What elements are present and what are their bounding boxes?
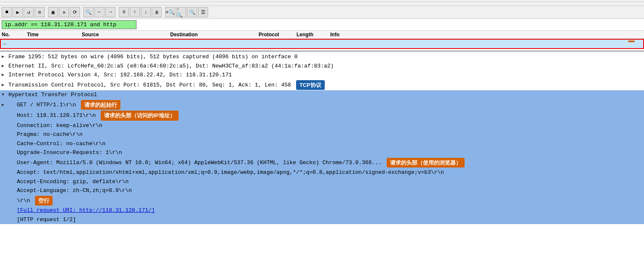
detail-line: Host: 118.31.120.171\r\n请求的头部（访问的IP地址） [0, 110, 644, 121]
toolbar-options[interactable]: ⊙ [35, 7, 45, 17]
detail-line: \r\n空行 [0, 195, 644, 206]
expand-icon[interactable]: ▶ [2, 102, 8, 108]
expand-icon[interactable]: ▶ [2, 82, 8, 88]
packet-list: No. Time Source Destination Protocol Len… [0, 31, 644, 51]
toolbar-align[interactable]: ≡ [119, 7, 129, 17]
detail-text: Host: 118.31.120.171\r\n [17, 111, 96, 120]
details-pane: ▶Frame 1295: 512 bytes on wire (4096 bit… [0, 51, 644, 225]
toolbar-forward[interactable]: → [105, 7, 115, 17]
detail-line: ▼Hypertext Transfer Protocol [0, 90, 644, 100]
table-row[interactable] [0, 49, 644, 51]
detail-line: Upgrade-Insecure-Requests: 1\r\n [0, 148, 644, 157]
menu-file[interactable] [2, 3, 7, 5]
toolbar-up[interactable]: ↑ [130, 7, 140, 17]
toolbar-refresh[interactable]: ↺ [24, 7, 34, 17]
detail-line: ▶Ethernet II, Src: LcfcHefe_60:2c:a5 (e8… [0, 62, 644, 71]
header-protocol: Protocol [259, 32, 297, 38]
detail-line: Accept-Language: zh-CN,zh;q=0.9\r\n [0, 186, 644, 195]
menu-stats[interactable] [37, 3, 42, 5]
toolbar-zoom-reset[interactable]: 🔍 [187, 7, 197, 17]
toolbar-close[interactable]: ✕ [59, 7, 69, 17]
detail-text: Accept: text/html,application/xhtml+xml,… [17, 168, 444, 177]
filter-bar [0, 19, 644, 31]
detail-text: Cache-Control: no-cache\r\n [17, 140, 106, 148]
header-source: Source [82, 32, 170, 38]
header-info: Info [330, 32, 642, 38]
menu-edit[interactable] [8, 3, 13, 5]
menu-wireless[interactable] [49, 3, 54, 5]
menu-view[interactable] [13, 3, 19, 5]
menu-goto[interactable] [19, 3, 24, 5]
detail-text: \r\n [17, 197, 30, 205]
detail-text: Pragma: no-cache\r\n [17, 130, 83, 139]
toolbar-reload[interactable]: ⟳ [70, 7, 80, 17]
annotation-client-request [628, 41, 635, 42]
detail-text: Hypertext Transfer Protocol [8, 91, 97, 99]
detail-text: Transmission Control Protocol, Src Port:… [8, 81, 291, 89]
toolbar-list[interactable]: ≣ [152, 7, 162, 17]
detail-line: ▶GET / HTTP/1.1\r\n请求的起始行 [0, 100, 644, 111]
header-length: Length [297, 32, 330, 38]
header-time: Time [27, 32, 82, 38]
detail-text: Accept-Encoding: gzip, deflate\r\n [17, 178, 128, 186]
detail-text: Connection: keep-alive\r\n [17, 122, 102, 130]
expand-icon[interactable]: ▶ [2, 63, 8, 69]
detail-text: User-Agent: Mozilla/5.0 (Windows NT 10.0… [17, 159, 382, 167]
detail-line: ▶Internet Protocol Version 4, Src: 192.1… [0, 70, 644, 80]
menu-tools[interactable] [55, 3, 60, 5]
detail-text: Internet Protocol Version 4, Src: 192.16… [8, 71, 232, 79]
toolbar-down[interactable]: ↓ [141, 7, 151, 17]
detail-text: Frame 1295: 512 bytes on wire (4096 bits… [8, 53, 298, 61]
toolbar: ■ ▶ ↺ ⊙ ▣ ✕ ⟳ 🔍 ← → ≡ ↑ ↓ ≣ +🔍 -🔍 🔍 ☰ [0, 6, 644, 19]
expand-icon[interactable]: ▼ [2, 92, 8, 98]
header-destination: Destination [170, 32, 259, 38]
toolbar-back[interactable]: ← [94, 7, 104, 17]
annotation-badge: 请求的头部（使用的浏览器） [387, 158, 465, 168]
detail-text: Upgrade-Insecure-Requests: 1\r\n [17, 149, 122, 157]
table-row[interactable]: → [0, 39, 644, 49]
detail-text: [Full request URI: http://118.31.120.171… [17, 206, 155, 215]
menu-help[interactable] [61, 3, 66, 5]
detail-line: [HTTP request 1/2] [0, 215, 644, 224]
toolbar-search[interactable]: 🔍 [83, 7, 94, 17]
detail-line: Accept: text/html,application/xhtml+xml,… [0, 168, 644, 177]
annotation-badge: 空行 [35, 196, 53, 206]
detail-line: User-Agent: Mozilla/5.0 (Windows NT 10.0… [0, 157, 644, 168]
detail-text: GET / HTTP/1.1\r\n [17, 101, 76, 109]
detail-line: Accept-Encoding: gzip, deflate\r\n [0, 177, 644, 187]
annotation-badge: TCP协议 [296, 80, 325, 90]
packet-list-header: No. Time Source Destination Protocol Len… [0, 31, 644, 39]
detail-line: ▶Transmission Control Protocol, Src Port… [0, 80, 644, 91]
filter-input[interactable] [2, 20, 136, 29]
toolbar-zoom-in[interactable]: +🔍 [165, 7, 175, 17]
menu-capture[interactable] [25, 3, 30, 5]
toolbar-columns[interactable]: ☰ [198, 7, 208, 17]
toolbar-play[interactable]: ▶ [13, 7, 23, 17]
toolbar-stop[interactable]: ■ [2, 7, 12, 17]
detail-line: [Full request URI: http://118.31.120.171… [0, 206, 644, 215]
detail-text: Accept-Language: zh-CN,zh;q=0.9\r\n [17, 187, 132, 195]
detail-line: ▶Frame 1295: 512 bytes on wire (4096 bit… [0, 52, 644, 62]
row-arrow: → [3, 41, 9, 47]
menu-phone[interactable] [43, 3, 48, 5]
toolbar-open[interactable]: ▣ [48, 7, 58, 17]
detail-line: Pragma: no-cache\r\n [0, 130, 644, 139]
detail-text: Ethernet II, Src: LcfcHefe_60:2c:a5 (e8:… [8, 62, 334, 70]
expand-icon[interactable]: ▶ [2, 72, 8, 78]
menu-bar [0, 2, 644, 6]
expand-icon[interactable]: ▶ [2, 54, 8, 60]
annotation-badge: 请求的头部（访问的IP地址） [101, 111, 178, 121]
menu-analyze[interactable] [31, 3, 36, 5]
detail-line: Connection: keep-alive\r\n [0, 121, 644, 130]
annotation-badge: 请求的起始行 [81, 100, 120, 110]
header-no: No. [2, 32, 27, 38]
detail-line: Cache-Control: no-cache\r\n [0, 139, 644, 149]
detail-text: [HTTP request 1/2] [17, 216, 76, 224]
toolbar-zoom-out[interactable]: -🔍 [176, 7, 186, 17]
